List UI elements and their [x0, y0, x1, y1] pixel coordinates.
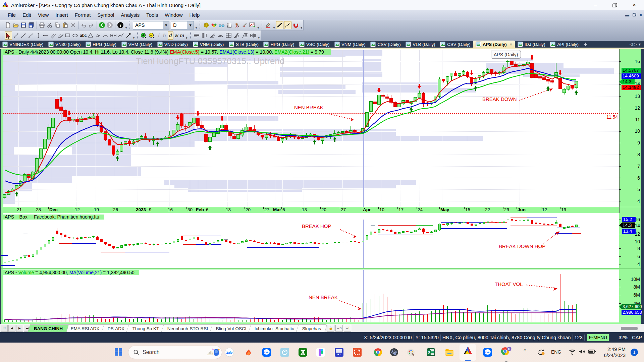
svg-text:i: i: [120, 23, 121, 28]
svg-text:19: 19: [561, 207, 566, 212]
svg-text:10: 10: [635, 239, 640, 244]
svg-text:Mar: Mar: [273, 207, 281, 212]
svg-text:TienHuongFTU 0359570315.: Uptr: TienHuongFTU 0359570315.: Uptrend: [136, 56, 285, 66]
svg-text:4: 4: [637, 198, 640, 204]
svg-text:11: 11: [635, 117, 640, 122]
svg-text:11.54: 11.54: [606, 114, 618, 120]
svg-text:10: 10: [379, 207, 384, 212]
svg-text:2023: 2023: [136, 207, 146, 212]
svg-text:20: 20: [246, 207, 251, 212]
svg-text:12: 12: [75, 207, 80, 212]
svg-text:14.4609: 14.4609: [623, 73, 639, 78]
svg-text:Dec: Dec: [49, 207, 58, 212]
svg-text:APS (Daily): APS (Daily): [494, 52, 518, 57]
svg-text:A: A: [235, 25, 238, 28]
svg-text:27: 27: [341, 207, 346, 212]
svg-text:14.3: 14.3: [623, 223, 632, 228]
svg-text:14.5767: 14.5767: [623, 68, 639, 73]
svg-text:May: May: [440, 207, 449, 212]
svg-text:13: 13: [302, 207, 307, 212]
svg-text:12: 12: [542, 207, 547, 212]
svg-text:15.2: 15.2: [623, 217, 632, 222]
svg-text:20: 20: [321, 207, 326, 212]
svg-text:13: 13: [635, 94, 640, 99]
svg-text:Apr: Apr: [363, 207, 371, 212]
svg-text:5: 5: [637, 187, 640, 192]
svg-text:14.1492: 14.1492: [623, 85, 639, 90]
svg-text:21: 21: [17, 207, 22, 212]
svg-text:X: X: [428, 350, 431, 354]
svg-text:2,986,653: 2,986,653: [623, 310, 642, 315]
svg-text:3,627,600: 3,627,600: [623, 304, 642, 309]
svg-text:6: 6: [206, 207, 209, 212]
svg-text:Feb: Feb: [196, 207, 204, 212]
svg-text:28: 28: [36, 207, 41, 212]
svg-text:4: 4: [637, 261, 640, 267]
svg-text:13.4: 13.4: [623, 229, 632, 234]
svg-text:19: 19: [94, 207, 99, 212]
svg-text:6: 6: [637, 175, 640, 181]
svg-text:abc: abc: [80, 33, 87, 38]
svg-text:Zalo: Zalo: [485, 351, 491, 354]
svg-text:APS - Daily 4/4/2023 00:00:00: APS - Daily 4/4/2023 00:00:00 Open 10.4,…: [5, 49, 324, 55]
svg-text:13: 13: [226, 207, 231, 212]
svg-text:29: 29: [504, 207, 509, 212]
svg-text:7: 7: [637, 164, 640, 169]
svg-text:22: 22: [485, 207, 490, 212]
svg-text:8M: 8M: [634, 284, 640, 290]
svg-text:APS - Volume = 4,954,300.00, M: APS - Volume = 4,954,300.00, MA(Volume,2…: [5, 270, 135, 275]
svg-text:30: 30: [187, 207, 193, 212]
svg-text:14.3: 14.3: [623, 79, 631, 84]
svg-text:Jun: Jun: [518, 207, 526, 212]
svg-text:27: 27: [264, 207, 269, 212]
svg-text:10M: 10M: [631, 277, 640, 282]
svg-text:24: 24: [418, 207, 423, 212]
svg-text:BT: BT: [337, 353, 341, 356]
svg-text:APS Box Facebook: Pham.: APS Box Facebook: Pham.tien.huong.ftu: [5, 214, 99, 220]
svg-text:BREAK HOP: BREAK HOP: [302, 223, 331, 229]
svg-text:10: 10: [635, 128, 640, 134]
svg-text:8: 8: [637, 152, 640, 157]
svg-text:9: 9: [149, 207, 152, 212]
svg-text:8: 8: [637, 246, 640, 251]
svg-text:NEN BREAK: NEN BREAK: [309, 294, 338, 300]
svg-text:15: 15: [465, 207, 470, 212]
svg-text:Zalo: Zalo: [226, 351, 233, 354]
svg-text:16: 16: [168, 207, 173, 212]
svg-text:16: 16: [635, 59, 640, 64]
svg-text:THOAT VOL: THOAT VOL: [495, 281, 523, 287]
svg-text:H: H: [508, 348, 511, 351]
svg-text:14: 14: [635, 223, 640, 228]
svg-text:Zalo: Zalo: [264, 351, 270, 354]
svg-text:12: 12: [635, 105, 640, 111]
svg-text:6: 6: [637, 254, 640, 259]
svg-text:17: 17: [398, 207, 404, 212]
svg-text:6M: 6M: [634, 292, 640, 298]
svg-text:6: 6: [282, 207, 285, 212]
svg-text:26: 26: [113, 207, 118, 212]
svg-text:BREAK DOWN: BREAK DOWN: [482, 96, 517, 102]
svg-text:NEN BREAK: NEN BREAK: [294, 105, 323, 110]
svg-text:9: 9: [637, 140, 640, 145]
